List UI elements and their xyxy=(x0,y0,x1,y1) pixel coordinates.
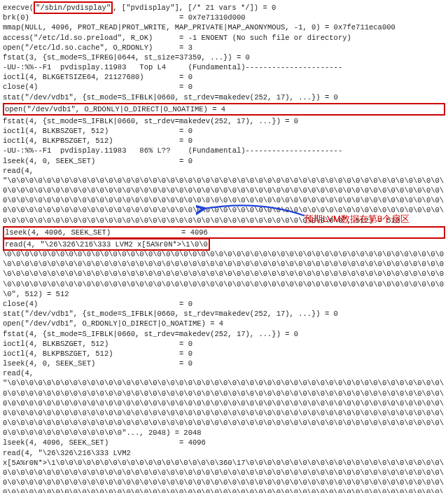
terminal-line: -UU-:%%--F1 pvdisplay.11983 Top L4 (Fund… xyxy=(3,62,445,72)
terminal-line: read(4, "\26\326\216\333 LVM2 x[5A%r0N*>… xyxy=(3,239,445,299)
terminal-line: access("/etc/ld.so.preload", R_OK) = -1 … xyxy=(3,33,445,43)
terminal-line: lseek(4, 0, SEEK_SET) = 0 xyxy=(3,359,445,368)
terminal-line: fstat(4, {st_mode=S_IFBLK|0660, st_rdev=… xyxy=(3,329,445,339)
terminal-line: ioctl(4, BLKBSZGET, 512) = 0 xyxy=(3,126,445,136)
terminal-line: -UU-:%%--F1 pvdisplay.11983 86% L?? (Fun… xyxy=(3,146,445,155)
highlighted-span: read(4, "\26\326\216\333 LVM2 x[5A%r0N*>… xyxy=(3,238,210,251)
terminal-line: read(4, "\0\0\0\0\0\0\0\0\0\0\0\0\0\0\0\… xyxy=(3,368,445,438)
terminal-line: execve("/sbin/pvdisplay", ["pvdisplay"],… xyxy=(3,3,445,13)
terminal-line: open("/etc/ld.so.cache", O_RDONLY) = 3 xyxy=(3,43,445,53)
terminal-output: execve("/sbin/pvdisplay", ["pvdisplay"],… xyxy=(3,3,445,493)
terminal-line: ioctl(4, BLKGETSIZE64, 21127680) = 0 xyxy=(3,72,445,82)
terminal-line: close(4) = 0 xyxy=(3,82,445,92)
terminal-line: open("/dev/vdb1", O_RDONLY|O_DIRECT|O_NO… xyxy=(3,319,445,328)
terminal-line: open("/dev/vdb1", O_RDONLY|O_DIRECT|O_NO… xyxy=(3,103,445,116)
terminal-line: ioctl(4, BLKBSZGET, 512) = 0 xyxy=(3,339,445,349)
terminal-line: ioctl(4, BLKPBSZGET, 512) = 0 xyxy=(3,349,445,359)
terminal-line: fstat(4, {st_mode=S_IFBLK|0660, st_rdev=… xyxy=(3,116,445,126)
terminal-line: brk(0) = 0x7e71310d000 xyxy=(3,13,445,22)
terminal-line: lseek(4, 4096, SEEK_SET) = 4096 xyxy=(3,438,445,447)
terminal-line: ioctl(4, BLKPBSZGET, 512) = 0 xyxy=(3,136,445,146)
terminal-line: lseek(4, 4096, SEEK_SET) = 4096 xyxy=(3,226,445,239)
terminal-line: read(4, "\26\326\216\333 LVM2 x[5A%r0N*>… xyxy=(3,448,445,493)
terminal-line: close(4) = 0 xyxy=(3,299,445,309)
terminal-line: lseek(4, 0, SEEK_SET) = 0 xyxy=(3,156,445,166)
terminal-line: mmap(NULL, 4096, PROT_READ|PROT_WRITE, M… xyxy=(3,22,445,32)
terminal-line: fstat(3, {st_mode=S_IFREG|0644, st_size=… xyxy=(3,53,445,62)
annotation-text: 预期LVM数据在第8个扇区 xyxy=(304,213,410,225)
terminal-line: stat("/dev/vdb1", {st_mode=S_IFBLK|0660,… xyxy=(3,309,445,319)
terminal-line: stat("/dev/vdb1", {st_mode=S_IFBLK|0660,… xyxy=(3,92,445,102)
